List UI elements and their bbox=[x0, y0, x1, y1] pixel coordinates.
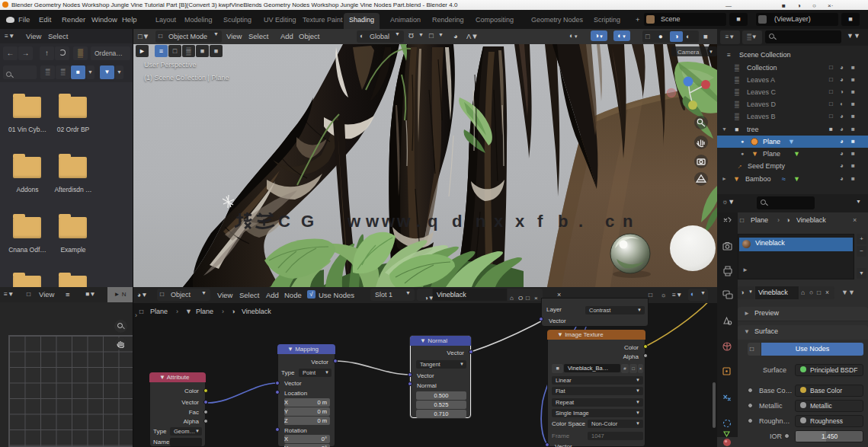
svg-text:Camera: Camera bbox=[677, 49, 700, 56]
svg-text:▼: ▼ bbox=[709, 49, 713, 54]
